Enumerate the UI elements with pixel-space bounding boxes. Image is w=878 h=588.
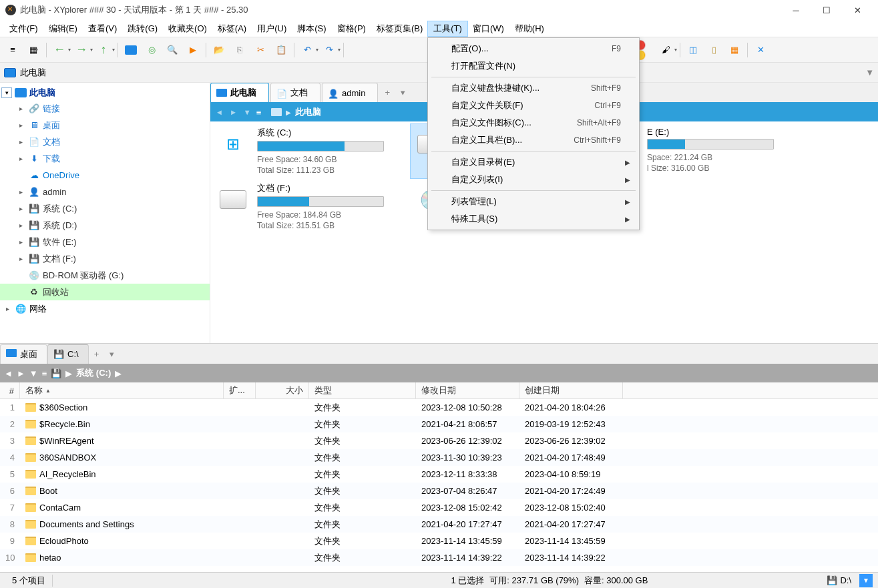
crumb-text[interactable]: 系统 (C:) bbox=[76, 367, 111, 379]
dropdown-item-0[interactable]: 配置(O)...F9 bbox=[430, 40, 637, 57]
menu-4[interactable]: 收藏夹(O) bbox=[163, 21, 212, 36]
filter-icon[interactable]: ▼ bbox=[865, 67, 874, 77]
table-row[interactable]: 7ContaCam文件夹2023-12-08 15:02:422023-12-0… bbox=[0, 499, 878, 516]
expand-icon[interactable]: ▸ bbox=[16, 121, 25, 129]
tree-item-10[interactable]: 💿BD-ROM 驱动器 (G:) bbox=[0, 267, 210, 284]
expand-icon[interactable]: ▸ bbox=[16, 155, 25, 162]
dropdown-item-3[interactable]: 自定义键盘快捷键(K)...Shift+F9 bbox=[430, 79, 637, 97]
table-row[interactable]: 1$360Section文件夹2023-12-08 10:50:282021-0… bbox=[0, 399, 878, 416]
crumb-fwd-icon[interactable]: ► bbox=[17, 368, 25, 378]
tree-item-0[interactable]: ▸🔗链接 bbox=[0, 100, 210, 117]
dropdown-item-11[interactable]: 列表管理(L)▶ bbox=[430, 193, 637, 210]
collapse-icon[interactable]: ▾ bbox=[1, 87, 12, 98]
expand-icon[interactable]: ▸ bbox=[16, 138, 25, 145]
menu-2[interactable]: 查看(V) bbox=[83, 21, 122, 36]
crumb-text[interactable]: 此电脑 bbox=[295, 106, 321, 118]
menu-1[interactable]: 编辑(E) bbox=[43, 21, 83, 36]
dropdown-item-5[interactable]: 自定义文件图标(C)...Shift+Alt+F9 bbox=[430, 114, 637, 131]
table-row[interactable]: 10hetao文件夹2023-11-14 14:39:222023-11-14 … bbox=[0, 549, 878, 566]
tree-item-11[interactable]: ♻回收站 bbox=[0, 284, 210, 300]
folder-open-icon[interactable]: 📂 bbox=[209, 40, 229, 60]
menu-3[interactable]: 跳转(G) bbox=[122, 21, 163, 36]
table-row[interactable]: 2$Recycle.Bin文件夹2021-04-21 8:06:572019-0… bbox=[0, 416, 878, 432]
tab-bottom-1[interactable]: 💾C:\ bbox=[47, 344, 89, 364]
crumb-down-icon[interactable]: ▼ bbox=[242, 108, 252, 116]
tab-top-1[interactable]: 📄文档 bbox=[270, 83, 320, 102]
col-size[interactable]: 大小 bbox=[256, 382, 309, 398]
tree-network[interactable]: ▸ 🌐 网络 bbox=[0, 300, 210, 317]
tree-item-1[interactable]: ▸🖥桌面 bbox=[0, 117, 210, 133]
table-row[interactable]: 11Intel文件夹2023-12-11 8:26:472021-04-20 1… bbox=[0, 566, 878, 570]
col-ext[interactable]: 扩... bbox=[224, 382, 256, 398]
undo-icon[interactable]: ↶ bbox=[297, 40, 317, 60]
tree-item-7[interactable]: ▸💾系统 (D:) bbox=[0, 217, 210, 234]
tab-dropdown-button[interactable]: ▾ bbox=[104, 349, 120, 359]
drive-3[interactable]: 文档 (F:)Free Space: 184.84 GBTotal Size: … bbox=[216, 182, 403, 231]
expand-icon[interactable]: ▸ bbox=[16, 105, 25, 112]
tree-item-8[interactable]: ▸💾软件 (E:) bbox=[0, 234, 210, 250]
tree-item-9[interactable]: ▸💾文档 (F:) bbox=[0, 250, 210, 267]
table-row[interactable]: 3$WinREAgent文件夹2023-06-26 12:39:022023-0… bbox=[0, 432, 878, 449]
panel-icon[interactable]: ▦▾ bbox=[23, 40, 43, 60]
tools-icon[interactable]: ✕ bbox=[750, 40, 771, 60]
table-row[interactable]: 4360SANDBOX文件夹2023-11-30 10:39:232021-04… bbox=[0, 449, 878, 466]
crumb-fwd-icon[interactable]: ► bbox=[228, 108, 238, 116]
paste-icon[interactable]: 📋 bbox=[271, 40, 291, 60]
tree-item-4[interactable]: ☁OneDrive bbox=[0, 167, 210, 184]
tree-item-5[interactable]: ▸👤admin bbox=[0, 184, 210, 200]
col-number[interactable]: # bbox=[0, 382, 20, 398]
tab-dropdown-button[interactable]: ▾ bbox=[395, 87, 411, 97]
menu-icon[interactable]: ≡ bbox=[3, 40, 23, 60]
play-icon[interactable]: ▶ bbox=[183, 40, 203, 60]
redo-icon[interactable]: ↷ bbox=[319, 40, 339, 60]
menu-5[interactable]: 标签(A) bbox=[212, 21, 252, 36]
search-icon[interactable]: 🔍 bbox=[162, 40, 182, 60]
crumb-down-icon[interactable]: ▼ bbox=[29, 368, 38, 378]
close-button[interactable]: ✕ bbox=[842, 0, 873, 20]
expand-icon[interactable]: ▸ bbox=[16, 188, 25, 196]
table-row[interactable]: 9EcloudPhoto文件夹2023-11-14 13:45:592023-1… bbox=[0, 533, 878, 549]
tab-add-button[interactable]: + bbox=[379, 87, 395, 97]
crumb-back-icon[interactable]: ◄ bbox=[214, 108, 224, 116]
tab-add-button[interactable]: + bbox=[89, 349, 105, 359]
maximize-button[interactable]: ☐ bbox=[811, 0, 842, 20]
layout-dual-icon[interactable]: ◫ bbox=[683, 40, 703, 60]
tab-top-0[interactable]: 此电脑 bbox=[210, 83, 269, 102]
scroll-down-button[interactable]: ▼ bbox=[859, 574, 873, 587]
expand-icon[interactable]: ▸ bbox=[3, 305, 12, 312]
dropdown-item-9[interactable]: 自定义列表(I)▶ bbox=[430, 171, 637, 188]
col-name[interactable]: 名称▲ bbox=[20, 382, 224, 398]
list-icon[interactable]: ≡ bbox=[256, 107, 267, 117]
tree-item-3[interactable]: ▸⬇下载 bbox=[0, 150, 210, 167]
dropdown-item-12[interactable]: 特殊工具(S)▶ bbox=[430, 210, 637, 228]
expand-icon[interactable]: ▸ bbox=[16, 205, 25, 212]
layout-grid-icon[interactable]: ▦ bbox=[724, 40, 744, 60]
menu-10[interactable]: 工具(T) bbox=[428, 21, 467, 36]
list-icon[interactable]: ≡ bbox=[42, 368, 47, 378]
expand-icon[interactable]: ▸ bbox=[16, 255, 25, 262]
table-row[interactable]: 6Boot文件夹2023-07-04 8:26:472021-04-20 17:… bbox=[0, 483, 878, 499]
forward-button[interactable]: → bbox=[71, 40, 91, 60]
menu-7[interactable]: 脚本(S) bbox=[292, 21, 331, 36]
back-button[interactable]: ← bbox=[49, 40, 69, 60]
menu-8[interactable]: 窗格(P) bbox=[332, 21, 371, 36]
menu-11[interactable]: 窗口(W) bbox=[467, 21, 509, 36]
tab-bottom-0[interactable]: 桌面 bbox=[0, 344, 47, 364]
expand-icon[interactable]: ▸ bbox=[16, 238, 25, 246]
tree-item-6[interactable]: ▸💾系统 (C:) bbox=[0, 200, 210, 217]
desktop-icon[interactable] bbox=[121, 40, 141, 60]
expand-icon[interactable]: ▸ bbox=[16, 222, 25, 229]
cut-icon[interactable]: ✂ bbox=[250, 40, 270, 60]
tab-top-2[interactable]: 👤admin bbox=[322, 83, 378, 102]
layout-single-icon[interactable]: ▯ bbox=[704, 40, 724, 60]
target-icon[interactable]: ◎ bbox=[142, 40, 162, 60]
dropdown-item-8[interactable]: 自定义目录树(E)▶ bbox=[430, 154, 637, 171]
menu-9[interactable]: 标签页集(B) bbox=[371, 21, 428, 36]
col-created[interactable]: 创建日期 bbox=[519, 382, 623, 398]
dropdown-item-1[interactable]: 打开配置文件(N) bbox=[430, 57, 637, 75]
table-row[interactable]: 8Documents and Settings文件夹2021-04-20 17:… bbox=[0, 516, 878, 533]
menu-12[interactable]: 帮助(H) bbox=[509, 21, 550, 36]
drive-0[interactable]: ⊞系统 (C:)Free Space: 34.60 GBTotal Size: … bbox=[216, 127, 403, 176]
minimize-button[interactable]: ─ bbox=[781, 0, 811, 20]
address-text[interactable]: 此电脑 bbox=[20, 67, 46, 79]
